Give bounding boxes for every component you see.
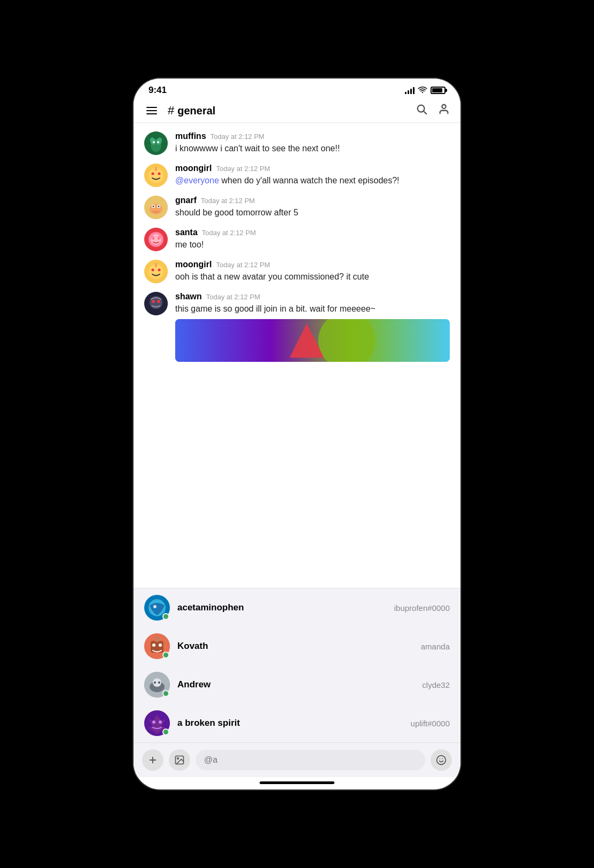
svg-point-25 bbox=[151, 236, 154, 239]
message-item: santa Today at 2:12 PM me too! bbox=[134, 223, 460, 255]
channel-title: # general bbox=[168, 104, 416, 118]
svg-point-35 bbox=[157, 300, 160, 303]
member-item[interactable]: Kovath amanda New Username bbox=[134, 627, 460, 665]
svg-point-44 bbox=[152, 644, 155, 647]
svg-point-34 bbox=[152, 300, 155, 303]
svg-point-51 bbox=[158, 681, 160, 684]
svg-point-45 bbox=[159, 644, 162, 647]
svg-point-50 bbox=[154, 681, 156, 684]
svg-point-7 bbox=[153, 141, 155, 143]
member-avatar-wrap bbox=[144, 672, 170, 698]
message-item: moongirl Today at 2:12 PM @everyone when… bbox=[134, 159, 460, 191]
svg-rect-46 bbox=[155, 637, 159, 642]
svg-point-26 bbox=[158, 236, 161, 239]
message-username: shawn bbox=[175, 292, 202, 301]
message-header: gnarf Today at 2:12 PM bbox=[175, 196, 450, 205]
message-text: should be good tomorrow after 5 bbox=[175, 207, 450, 219]
message-content: santa Today at 2:12 PM me too! bbox=[175, 228, 450, 251]
message-item: gnarf Today at 2:12 PM should be good to… bbox=[134, 191, 460, 223]
image-button[interactable] bbox=[169, 749, 190, 771]
svg-point-11 bbox=[152, 173, 154, 175]
add-button[interactable] bbox=[142, 749, 163, 771]
hash-icon: # bbox=[168, 104, 174, 118]
svg-point-19 bbox=[158, 206, 160, 207]
chat-input[interactable] bbox=[196, 750, 425, 770]
header-icons bbox=[416, 103, 450, 118]
input-bar bbox=[134, 742, 460, 777]
message-timestamp: Today at 2:12 PM bbox=[216, 165, 270, 173]
image-preview bbox=[175, 319, 450, 362]
message-text: ooh is that a new avatar you commissione… bbox=[175, 271, 450, 283]
members-section: acetaminophen ibuprofen#0000 bbox=[134, 588, 460, 742]
channel-header: # general bbox=[134, 99, 460, 123]
member-item[interactable]: a broken spirit uplift#0000 Old Username bbox=[134, 704, 460, 742]
wifi-icon bbox=[418, 86, 427, 95]
status-bar: 9:41 bbox=[134, 79, 460, 99]
message-item: moongirl Today at 2:12 PM ooh is that a … bbox=[134, 255, 460, 288]
message-text: me too! bbox=[175, 239, 450, 251]
svg-point-59 bbox=[437, 756, 446, 765]
members-icon[interactable] bbox=[438, 103, 450, 118]
message-header: shawn Today at 2:12 PM bbox=[175, 292, 450, 301]
svg-point-37 bbox=[318, 319, 376, 362]
member-tag: amanda bbox=[421, 642, 450, 651]
member-tag: ibuprofen#0000 bbox=[394, 603, 450, 613]
message-item: shawn Today at 2:12 PM this game is so g… bbox=[134, 288, 460, 366]
home-indicator bbox=[260, 781, 334, 784]
message-text: i knowwww i can't wait to see the next o… bbox=[175, 143, 450, 154]
svg-point-29 bbox=[152, 269, 154, 272]
svg-line-1 bbox=[424, 111, 426, 114]
member-avatar-wrap bbox=[144, 633, 170, 659]
avatar bbox=[144, 260, 168, 283]
emoji-button[interactable] bbox=[431, 749, 452, 771]
member-avatar-wrap bbox=[144, 710, 170, 736]
message-timestamp: Today at 2:12 PM bbox=[216, 261, 270, 269]
message-username: santa bbox=[175, 228, 198, 237]
avatar bbox=[144, 131, 168, 155]
svg-rect-31 bbox=[155, 263, 157, 267]
message-header: santa Today at 2:12 PM bbox=[175, 228, 450, 237]
message-text: this game is so good ill join in a bit. … bbox=[175, 303, 450, 315]
svg-point-53 bbox=[152, 720, 155, 724]
message-header: moongirl Today at 2:12 PM bbox=[175, 164, 450, 173]
svg-rect-13 bbox=[155, 167, 157, 171]
avatar bbox=[144, 228, 168, 251]
svg-point-54 bbox=[159, 720, 162, 724]
message-item: muffins Today at 2:12 PM i knowwww i can… bbox=[134, 127, 460, 159]
message-text: @everyone when do y'all wanna watch the … bbox=[175, 175, 450, 187]
status-time: 9:41 bbox=[148, 85, 167, 96]
online-indicator bbox=[162, 652, 169, 658]
message-timestamp: Today at 2:12 PM bbox=[206, 293, 260, 301]
message-timestamp: Today at 2:12 PM bbox=[201, 197, 255, 205]
svg-point-58 bbox=[177, 758, 179, 759]
message-content: moongirl Today at 2:12 PM @everyone when… bbox=[175, 164, 450, 187]
status-icons bbox=[405, 86, 446, 95]
member-name: Kovath bbox=[177, 641, 413, 652]
message-content: gnarf Today at 2:12 PM should be good to… bbox=[175, 196, 450, 219]
message-username: muffins bbox=[175, 131, 206, 141]
messages-area: muffins Today at 2:12 PM i knowwww i can… bbox=[134, 123, 460, 588]
svg-point-41 bbox=[153, 605, 157, 608]
phone-frame: 9:41 bbox=[134, 79, 460, 789]
member-tag: uplift#0000 bbox=[411, 719, 450, 728]
menu-button[interactable] bbox=[144, 105, 159, 117]
member-name: acetaminophen bbox=[177, 602, 387, 613]
member-name: a broken spirit bbox=[177, 718, 403, 728]
member-name: Andrew bbox=[177, 679, 415, 690]
message-content: moongirl Today at 2:12 PM ooh is that a … bbox=[175, 260, 450, 283]
avatar bbox=[144, 292, 168, 315]
svg-point-8 bbox=[157, 141, 159, 143]
search-icon[interactable] bbox=[416, 103, 427, 118]
message-username: moongirl bbox=[175, 260, 212, 269]
message-header: muffins Today at 2:12 PM bbox=[175, 131, 450, 141]
message-content: shawn Today at 2:12 PM this game is so g… bbox=[175, 292, 450, 362]
message-username: moongirl bbox=[175, 164, 212, 173]
member-item[interactable]: Andrew clyde32 bbox=[134, 665, 460, 704]
svg-point-30 bbox=[158, 269, 161, 272]
message-timestamp: Today at 2:12 PM bbox=[202, 229, 256, 237]
svg-point-15 bbox=[150, 204, 162, 214]
avatar bbox=[144, 196, 168, 219]
app-content: 9:41 bbox=[134, 79, 460, 789]
member-item[interactable]: acetaminophen ibuprofen#0000 bbox=[134, 588, 460, 627]
svg-point-2 bbox=[442, 105, 446, 108]
